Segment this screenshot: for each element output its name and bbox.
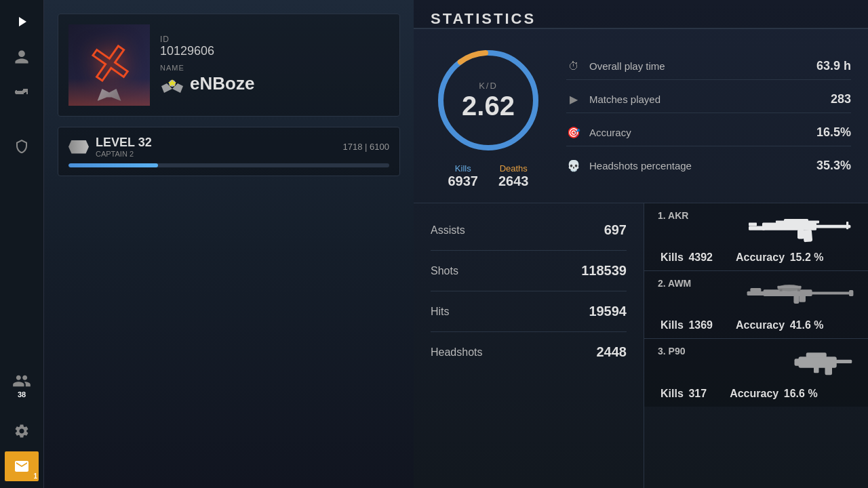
svg-rect-20 xyxy=(750,288,761,292)
stats-title: STATISTICS xyxy=(431,10,851,28)
stat-row-hits: Hits 19594 xyxy=(431,291,627,332)
awm-accuracy: Accuracy 41.6 % xyxy=(733,319,823,331)
svg-rect-25 xyxy=(777,286,801,288)
weapon-card-p90: 3. P90 xyxy=(644,339,868,407)
weapon-card-awm: 2. AWM xyxy=(644,271,868,339)
svg-rect-2 xyxy=(25,89,28,92)
akr-stats: Kills 4392 Accuracy 15.2 % xyxy=(658,251,854,264)
deaths-stat: Deaths 2643 xyxy=(498,163,529,189)
accuracy-icon: 🎯 xyxy=(566,125,581,140)
stats-overview: K/D 2.62 Kills 6937 Deaths 2643 xyxy=(414,29,868,203)
group-badge[interactable]: 38 xyxy=(12,371,31,399)
kd-section: K/D 2.62 Kills 6937 Deaths 2643 xyxy=(431,43,546,189)
stats-header: STATISTICS xyxy=(414,0,868,29)
kills-value: 6937 xyxy=(448,174,479,189)
headshots-pct-value: 35.3% xyxy=(816,159,851,173)
gun-button[interactable] xyxy=(5,77,39,107)
weapon-list: 1. AKR xyxy=(644,203,868,488)
playtime-icon: ⏱ xyxy=(566,59,581,74)
avatar: ✕ xyxy=(68,24,150,106)
awm-name: 2. AWM xyxy=(658,278,691,289)
rank-icon-small xyxy=(68,140,89,154)
kd-stats: Kills 6937 Deaths 2643 xyxy=(448,163,529,189)
svg-rect-18 xyxy=(776,220,819,223)
headshots-pct-label: Headshots percentage xyxy=(589,160,692,171)
svg-rect-23 xyxy=(799,295,806,302)
svg-rect-14 xyxy=(803,230,812,243)
svg-rect-33 xyxy=(795,359,801,366)
group-count: 38 xyxy=(18,390,26,399)
profile-button[interactable] xyxy=(5,42,39,72)
overview-row-accuracy: 🎯 Accuracy 16.5% xyxy=(566,120,851,146)
svg-rect-26 xyxy=(780,289,783,291)
kd-circle: K/D 2.62 xyxy=(431,43,546,158)
playtime-label: Overall play time xyxy=(589,60,665,72)
shield-button[interactable] xyxy=(5,131,39,161)
profile-info: ID 10129606 NAME eNBoze xyxy=(160,35,389,96)
assists-label: Assists xyxy=(431,224,465,237)
matches-icon: ▶ xyxy=(566,92,581,107)
svg-rect-35 xyxy=(814,366,819,373)
mail-count: 1 xyxy=(33,472,37,480)
deaths-value: 2643 xyxy=(498,174,529,189)
awm-image xyxy=(746,278,854,308)
stat-row-headshots: Headshots 2448 xyxy=(431,332,627,372)
svg-rect-15 xyxy=(815,225,850,228)
profile-name-row: eNBoze xyxy=(160,72,389,96)
kills-stat: Kills 6937 xyxy=(448,163,479,189)
mail-button[interactable]: 1 xyxy=(5,451,39,481)
awm-stats: Kills 1369 Accuracy 41.6 % xyxy=(658,319,854,331)
svg-rect-29 xyxy=(849,290,853,296)
rank-sublabel: CAPTAIN 2 xyxy=(96,150,152,158)
overview-left-headshots: 💀 Headshots percentage xyxy=(566,159,692,174)
overview-row-headshots: 💀 Headshots percentage 35.3% xyxy=(566,153,851,179)
play-button[interactable] xyxy=(5,7,39,37)
lower-section: Assists 697 Shots 118539 Hits 19594 Head… xyxy=(414,203,868,488)
svg-rect-27 xyxy=(797,289,800,291)
kd-center: K/D 2.62 xyxy=(462,81,515,121)
svg-rect-11 xyxy=(749,223,757,226)
kd-value: 2.62 xyxy=(462,91,515,121)
matches-value: 283 xyxy=(831,92,851,106)
stat-row-assists: Assists 697 xyxy=(431,210,627,251)
svg-rect-12 xyxy=(762,223,816,230)
right-panel: STATISTICS K/D 2.62 xyxy=(414,0,868,488)
xp-progress-bar xyxy=(68,163,389,167)
id-label: ID xyxy=(160,35,389,44)
overview-left-matches: ▶ Matches played xyxy=(566,92,660,107)
name-label: NAME xyxy=(160,64,389,72)
rank-bar-section: LEVEL 32 CAPTAIN 2 1718 | 6100 xyxy=(58,127,400,176)
level-text: LEVEL 32 CAPTAIN 2 xyxy=(96,136,152,158)
overview-row-playtime: ⏱ Overall play time 63.9 h xyxy=(566,54,851,80)
svg-rect-22 xyxy=(793,295,799,304)
p90-kills: Kills 317 xyxy=(658,388,707,400)
svg-rect-16 xyxy=(846,222,848,229)
overview-stats: ⏱ Overall play time 63.9 h ▶ Matches pla… xyxy=(566,43,851,189)
svg-rect-0 xyxy=(15,91,23,94)
assists-value: 697 xyxy=(604,222,627,238)
akr-name: 1. AKR xyxy=(658,210,688,221)
awm-kills: Kills 1369 xyxy=(658,319,713,331)
left-panel: ✕ ID 10129606 NAME xyxy=(44,0,414,488)
accuracy-label: Accuracy xyxy=(589,127,631,138)
p90-name: 3. P90 xyxy=(658,346,686,357)
hits-label: Hits xyxy=(431,306,450,318)
settings-button[interactable] xyxy=(5,416,39,446)
stat-row-shots: Shots 118539 xyxy=(431,251,627,291)
headshots-pct-icon: 💀 xyxy=(566,159,581,174)
rank-icon xyxy=(160,72,184,96)
accuracy-value: 16.5% xyxy=(816,125,851,140)
hits-value: 19594 xyxy=(589,304,627,319)
svg-rect-32 xyxy=(834,360,852,363)
svg-rect-13 xyxy=(797,229,804,239)
playtime-value: 63.9 h xyxy=(816,59,851,73)
content-area: ✕ ID 10129606 NAME xyxy=(44,0,868,488)
rank-xp: 1718 | 6100 xyxy=(343,142,389,152)
shots-label: Shots xyxy=(431,265,458,277)
deaths-label: Deaths xyxy=(498,163,529,174)
akr-image xyxy=(746,210,854,244)
player-name: eNBoze xyxy=(190,73,254,94)
id-value: 10129606 xyxy=(160,44,389,58)
svg-rect-19 xyxy=(747,291,766,296)
rank-level: LEVEL 32 xyxy=(96,136,152,150)
